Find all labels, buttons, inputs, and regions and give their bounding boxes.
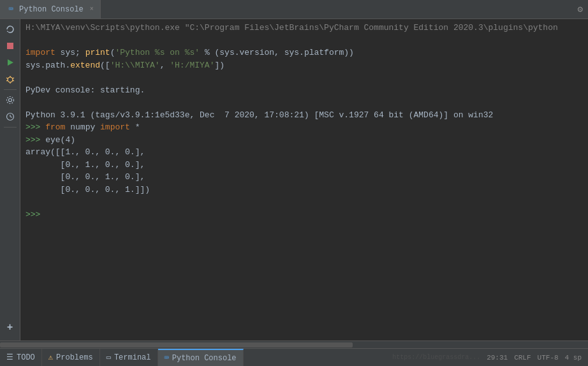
watermark-text: https://bluegrassdra... [392, 354, 480, 361]
console-line-blank4 [26, 196, 583, 209]
console-icon: ⌨ [6, 5, 15, 14]
horizontal-scrollbar[interactable] [0, 340, 588, 348]
svg-line-6 [13, 78, 14, 78]
clock-icon [6, 112, 15, 121]
svg-line-14 [10, 117, 12, 117]
settings-button[interactable] [3, 92, 18, 108]
top-tab-bar: ⌨ Python Console × ⚙ [0, 0, 588, 19]
cursor-position[interactable]: 29:31 [487, 354, 508, 362]
tab-terminal[interactable]: ▭ Terminal [100, 349, 158, 366]
console-line-syspath: sys.path.extend(['H:\\MIYA', 'H:/MIYA']) [26, 59, 583, 72]
console-line-blank3 [26, 96, 583, 109]
scrollbar-thumb[interactable] [0, 342, 353, 348]
rerun-icon [6, 25, 15, 34]
console-line-eye: >>> eye(4) [26, 134, 583, 147]
svg-line-7 [6, 80, 8, 81]
console-output[interactable]: H:\MIYA\venv\Scripts\python.exe "C:\Prog… [20, 19, 588, 340]
tab-python-console[interactable]: ⌨ Python Console [158, 349, 244, 366]
tab-todo[interactable]: ☰ TODO [0, 349, 42, 366]
console-line-array3: [0., 0., 1., 0.], [26, 171, 583, 184]
todo-label: TODO [17, 353, 35, 362]
svg-point-11 [6, 97, 13, 104]
run-button[interactable] [3, 55, 18, 70]
console-line-pydev: PyDev console: starting. [26, 84, 583, 97]
svg-point-10 [8, 99, 11, 102]
add-button[interactable]: + [3, 320, 18, 335]
console-line-array1: array([[1., 0., 0., 0.], [26, 146, 583, 159]
console-line-import-sys: import sys; print('Python %s on %s' % (s… [26, 47, 583, 59]
scrollbar-track [0, 342, 588, 348]
python-icon: ⌨ [165, 353, 169, 363]
run-icon [6, 59, 14, 66]
line-ending[interactable]: CRLF [514, 354, 531, 362]
bug-icon [6, 75, 15, 84]
left-toolbar: + [0, 19, 20, 340]
svg-rect-1 [7, 43, 13, 49]
python-console-label: Python Console [172, 354, 237, 363]
svg-line-8 [13, 80, 14, 81]
problems-label: Problems [56, 353, 93, 362]
svg-marker-2 [8, 59, 13, 66]
console-line-blank2 [26, 71, 583, 84]
problems-icon: ⚠ [48, 353, 53, 362]
console-line-from-numpy: >>> from numpy import * [26, 121, 583, 134]
bottom-tab-bar: ☰ TODO ⚠ Problems ▭ Terminal ⌨ Python Co… [0, 348, 588, 366]
console-prompt: >>> [26, 209, 583, 221]
console-line-blank1 [26, 34, 583, 47]
todo-icon: ☰ [6, 353, 13, 362]
settings-gear-icon[interactable]: ⚙ [578, 4, 588, 15]
separator-2 [4, 127, 17, 128]
encoding[interactable]: UTF-8 [538, 354, 559, 362]
rerun-button[interactable] [3, 22, 18, 37]
console-line-version: Python 3.9.1 (tags/v3.9.1:1e5d33e, Dec 7… [26, 109, 583, 122]
debug-button[interactable] [3, 71, 18, 87]
history-button[interactable] [3, 109, 18, 124]
terminal-icon: ▭ [107, 353, 111, 362]
stop-button[interactable] [3, 38, 18, 54]
gear-icon [6, 96, 15, 105]
terminal-label: Terminal [114, 353, 151, 362]
tab-title: Python Console [19, 5, 84, 14]
tab-problems[interactable]: ⚠ Problems [42, 349, 100, 366]
svg-point-3 [8, 77, 13, 82]
separator-1 [4, 89, 17, 90]
tab-close-button[interactable]: × [90, 6, 94, 13]
status-bar: https://bluegrassdra... 29:31 CRLF UTF-8… [392, 354, 588, 362]
python-console-tab[interactable]: ⌨ Python Console × [0, 0, 101, 18]
svg-marker-0 [7, 31, 8, 32]
console-line-array2: [0., 1., 0., 0.], [26, 159, 583, 172]
console-line-array4: [0., 0., 0., 1.]]) [26, 184, 583, 196]
main-area: + H:\MIYA\venv\Scripts\python.exe "C:\Pr… [0, 19, 588, 340]
console-line-cmd: H:\MIYA\venv\Scripts\python.exe "C:\Prog… [26, 22, 583, 34]
svg-line-5 [6, 78, 8, 78]
indent[interactable]: 4 sp [565, 354, 582, 362]
stop-icon [6, 42, 14, 50]
